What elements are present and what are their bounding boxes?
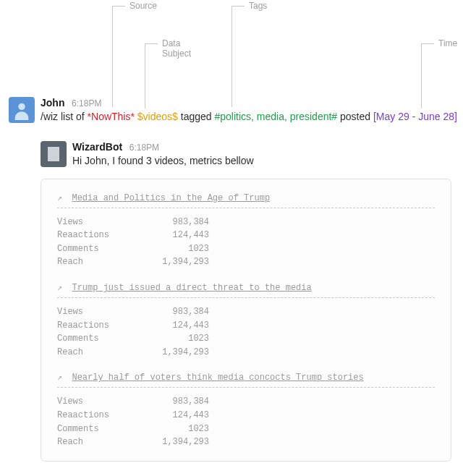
results-panel: ↗ Media and Politics in the Age of Trump…: [41, 179, 451, 462]
divider: [57, 387, 435, 388]
divider: [57, 208, 435, 208]
bot-message-row: WizardBot 6:18PM Hi John, I found 3 vide…: [0, 138, 463, 171]
bot-name: WizardBot: [72, 141, 122, 153]
result-title-link[interactable]: Trump just issued a direct threat to the…: [72, 283, 311, 293]
metric-value: 983,384: [144, 216, 209, 229]
bot-icon: [48, 147, 59, 161]
bot-avatar: [41, 141, 67, 167]
metric-value: 1023: [144, 332, 209, 346]
callout-tags: Tags: [249, 1, 267, 11]
user-message-text: /wiz list of *NowThis* $videos$ tagged #…: [41, 109, 454, 124]
callout-source: Source: [129, 1, 157, 11]
bot-message-text: Hi John, I found 3 videos, metrics bello…: [72, 153, 454, 168]
result-item: ↗ Trump just issued a direct threat to t…: [57, 282, 435, 359]
metric-value: 124,443: [144, 319, 209, 333]
cmd-prefix: /wiz list of: [41, 111, 88, 122]
metric-value: 124,443: [144, 229, 209, 242]
metric-label: Reach: [57, 255, 144, 269]
arrow-icon: ↗: [57, 193, 62, 203]
metric-label: Reach: [57, 346, 144, 360]
divider: [57, 297, 435, 298]
metric-value: 983,384: [144, 305, 209, 319]
user-time: 6:18PM: [72, 98, 101, 109]
bot-time: 6:18PM: [129, 143, 159, 153]
result-title-link[interactable]: Media and Politics in the Age of Trump: [72, 193, 270, 203]
metric-label: Reaactions: [57, 409, 144, 422]
metric-label: Comments: [57, 242, 144, 256]
metric-label: Reaactions: [57, 229, 144, 242]
metric-value: 1,394,293: [144, 346, 209, 360]
metric-label: Comments: [57, 422, 144, 436]
arrow-icon: ↗: [57, 373, 62, 383]
metric-value: 124,443: [144, 409, 209, 422]
metric-value: 1023: [144, 242, 209, 256]
callout-data-subject: Data Subject: [162, 38, 191, 59]
result-item: ↗ Media and Politics in the Age of Trump…: [57, 192, 435, 269]
result-item: ↗ Nearly half of voters think media conc…: [57, 372, 435, 449]
metric-value: 1023: [144, 422, 209, 436]
metric-label: Views: [57, 395, 144, 409]
metric-label: Views: [57, 216, 144, 229]
metric-label: Reach: [57, 435, 144, 449]
callout-time: Time: [438, 38, 457, 48]
tagged-word: tagged: [178, 111, 215, 122]
source-token: *NowThis*: [88, 111, 135, 122]
subject-token: $videos$: [137, 111, 178, 122]
metric-value: 1,394,293: [144, 255, 209, 269]
posted-word: posted: [337, 111, 373, 122]
user-avatar: [9, 97, 35, 123]
metric-label: Comments: [57, 332, 144, 346]
metric-value: 1,394,293: [144, 435, 209, 449]
result-title-link[interactable]: Nearly half of voters think media concoc…: [72, 373, 363, 383]
metric-label: Reaactions: [57, 319, 144, 333]
time-token: [May 29 - June 28]: [373, 111, 457, 122]
tags-token: #politics, media, president#: [214, 111, 337, 122]
metric-value: 983,384: [144, 395, 209, 409]
svg-point-0: [18, 103, 25, 110]
user-name: John: [41, 97, 64, 109]
person-icon: [12, 100, 32, 120]
arrow-icon: ↗: [57, 283, 62, 293]
metric-label: Views: [57, 305, 144, 319]
annotation-callouts: Source Data Subject Tags Time: [0, 0, 463, 94]
